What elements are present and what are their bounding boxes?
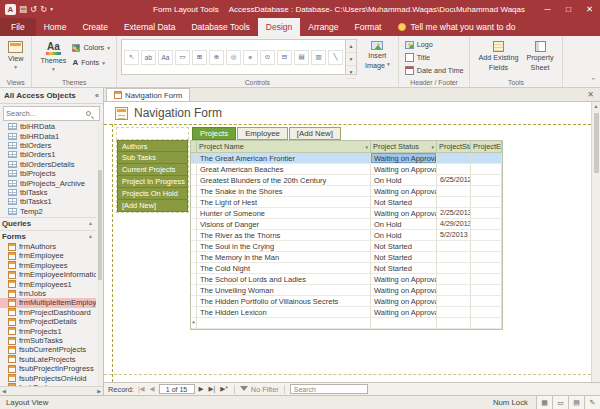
record-search-box[interactable]: Search [290,384,368,394]
add-existing-fields-button[interactable]: Add Existing Fields [474,39,522,73]
close-button[interactable]: ✕ [579,0,600,18]
project-end-cell[interactable] [471,307,502,318]
project-status-cell[interactable]: Waiting on Approval [371,296,437,307]
sidebar-item-frmemployees1[interactable]: frmEmployees1 [0,279,96,288]
line-control-icon[interactable]: ╲ [328,50,343,65]
sidebar-item-fsubprojectinprogress[interactable]: fsubProjectInProgress [0,364,96,373]
scroll-down-icon[interactable]: ▼ [346,53,356,66]
project-end-cell[interactable] [471,296,502,307]
project-end-cell[interactable] [471,274,502,285]
navigation-control-icon[interactable]: ≡ [243,50,258,65]
nav-button-sub-tasks[interactable]: Sub Tasks [117,152,188,164]
project-end-cell[interactable] [471,219,502,230]
sidebar-item-fsubcurrentprojects[interactable]: fsubCurrentProjects [0,345,96,354]
project-start-cell[interactable] [437,263,471,274]
project-name-cell[interactable]: Hunter of Someone [197,208,371,219]
project-status-cell[interactable]: Waiting on Approval [371,274,437,285]
column-header-projectend[interactable]: ProjectEnd▾ [471,141,502,153]
property-sheet-button[interactable]: Property Sheet [522,39,557,73]
option-group-control-icon[interactable]: ⊙ [260,50,275,65]
sidebar-item-frmemployees[interactable]: frmEmployees [0,261,96,270]
table-row[interactable]: Greatest Blunders of the 20th CenturyOn … [191,175,502,186]
sidebar-item-frmmultipleitememployee[interactable]: frmMultipleItemEmployee [0,298,96,307]
nav-pane-scrollbar[interactable] [97,122,103,386]
layout-view-icon[interactable]: ▤ [568,396,584,409]
close-document-icon[interactable]: ✕ [581,90,600,99]
empty-cell[interactable] [197,318,371,329]
scrollbar-thumb[interactable] [594,113,599,173]
empty-cell[interactable] [371,318,437,329]
project-name-cell[interactable]: Great American Beaches [197,164,371,175]
nav-button-current-projects[interactable]: Current Projects [117,164,188,176]
project-start-cell[interactable] [437,296,471,307]
project-status-cell[interactable]: Waiting on Approval [371,186,437,197]
hyperlink-control-icon[interactable]: ⊕ [209,50,224,65]
signed-in-user[interactable]: Muhammad Waqas [456,5,525,14]
project-start-cell[interactable] [437,186,471,197]
sidebar-item-tblorders[interactable]: tblOrders [0,141,96,150]
table-row[interactable]: The School of Lords and LadiesWaiting on… [191,274,502,285]
project-status-cell[interactable]: On Hold [371,175,437,186]
form-view-icon[interactable]: ▭ [552,396,568,409]
project-name-cell[interactable]: The Unveiling Woman [197,285,371,296]
maximize-button[interactable]: □ [558,0,579,18]
table-row[interactable]: The Light of HestNot Started [191,197,502,208]
sidebar-item-frmemployeeinformation[interactable]: frmEmployeeInformation [0,270,96,279]
controls-gallery-scroll[interactable]: ▲ ▼ ▼ [346,39,357,75]
search-input[interactable] [6,109,86,118]
sidebar-item-fsublateprojects[interactable]: fsubLateProjects [0,355,96,364]
tell-me-box[interactable]: Tell me what you want to do [389,18,524,36]
sidebar-item-tblordersdetails[interactable]: tblOrdersDetails [0,160,96,169]
chart-control-icon[interactable]: ▥ [311,50,326,65]
nav-button-projects-on-hold[interactable]: Projects On Hold [117,188,188,200]
project-status-cell[interactable]: Not Started [371,197,437,208]
document-tab-navigation-form[interactable]: Navigation Form [106,88,190,101]
project-start-cell[interactable]: 6/25/2012 [437,175,471,186]
project-start-cell[interactable] [437,252,471,263]
title-button[interactable]: Title [403,52,466,63]
sidebar-item-frmprojectdetails[interactable]: frmProjectDetails [0,317,96,326]
project-end-cell[interactable] [471,241,502,252]
project-name-cell[interactable]: The Memory in the Man [197,252,371,263]
sidebar-item-frmemployee[interactable]: frmEmployee [0,251,96,260]
combo-box-control-icon[interactable]: ▤ [294,50,309,65]
project-name-cell[interactable]: The Cold Night [197,263,371,274]
design-view-icon[interactable]: ✎ [584,396,600,409]
project-end-cell[interactable] [471,230,502,241]
project-start-cell[interactable]: 4/29/2013 [437,219,471,230]
column-header-project-name[interactable]: Project Name▾ [197,141,371,153]
ribbon-tab-database-tools[interactable]: Database Tools [183,18,257,36]
nav-button-authors[interactable]: Authors [117,140,188,152]
project-end-cell[interactable] [471,263,502,274]
sidebar-item-tblorders1[interactable]: tblOrders1 [0,150,96,159]
ribbon-tab-design[interactable]: Design [258,18,300,36]
new-record-row[interactable]: * [191,318,502,329]
project-end-cell[interactable] [471,197,502,208]
sidebar-item-fsubtasks[interactable]: fsubTasks [0,383,96,386]
sidebar-item-fsubprojectsonhold[interactable]: fsubProjectsOnHold [0,373,96,382]
empty-cell[interactable] [471,318,502,329]
project-start-cell[interactable] [437,307,471,318]
select-control-icon[interactable]: ↖ [124,50,139,65]
scroll-left-icon[interactable]: ◀ [2,388,6,394]
web-browser-control-icon[interactable]: ◎ [226,50,241,65]
ribbon-tab-format[interactable]: Format [347,18,390,36]
project-status-cell[interactable]: Not Started [371,263,437,274]
navigation-pane-header[interactable]: All Access Objects « [0,88,103,104]
nav-search-box[interactable] [3,106,100,121]
project-status-cell[interactable]: Waiting on Approval [371,285,437,296]
sidebar-item-frmprojectdashboard[interactable]: frmProjectDashboard [0,308,96,317]
sidebar-item-tblhrdata1[interactable]: tblHRData1 [0,131,96,140]
table-row[interactable]: The Cold NightNot Started [191,263,502,274]
save-icon[interactable]: ▤ [19,4,27,14]
ribbon-tab-arrange[interactable]: Arrange [300,18,346,36]
undo-icon[interactable]: ↺ [30,4,37,14]
datasheet-view-icon[interactable]: ▦ [536,396,552,409]
tab-control-icon[interactable]: ⊞ [192,50,207,65]
project-end-cell[interactable] [471,186,502,197]
scroll-up-icon[interactable]: ▲ [346,40,356,53]
themes-button[interactable]: Aa Themes ▾ [36,39,70,74]
project-start-cell[interactable] [437,164,471,175]
shutter-bar-icon[interactable]: « [95,92,99,99]
project-name-cell[interactable]: The Great American Frontier [197,153,371,164]
